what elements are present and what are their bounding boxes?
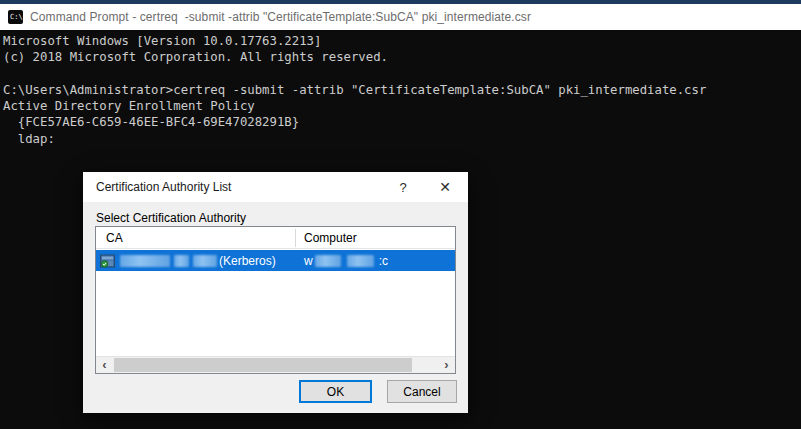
terminal-line: (c) 2018 Microsoft Corporation. All righ… — [3, 49, 801, 65]
computer-value-suffix: :c — [379, 254, 388, 268]
computer-value-prefix: w — [304, 254, 313, 268]
window-titlebar[interactable]: C:\_ Command Prompt - certreq -submit -a… — [0, 4, 801, 30]
terminal-line: Microsoft Windows [Version 10.0.17763.22… — [3, 33, 801, 49]
scroll-right-icon[interactable]: › — [438, 357, 455, 373]
cancel-button[interactable]: Cancel — [387, 380, 457, 403]
dialog-titlebar[interactable]: Certification Authority List ? ✕ — [83, 172, 468, 202]
ca-cell: (Kerberos) — [100, 250, 276, 271]
ok-button[interactable]: OK — [299, 380, 372, 403]
redacted-computer-name — [315, 255, 341, 267]
terminal-line: {FCE57AE6-C659-46EE-BFC4-69E47028291B} — [3, 114, 801, 130]
ca-kerberos-label: (Kerberos) — [219, 254, 276, 268]
dialog-title: Certification Authority List — [83, 180, 392, 194]
horizontal-scrollbar[interactable]: ‹ › — [96, 356, 455, 373]
select-ca-label: Select Certification Authority — [96, 211, 246, 225]
terminal-line: Active Directory Enrollment Policy — [3, 98, 801, 114]
column-header-ca[interactable]: CA — [106, 227, 123, 249]
certification-authority-list-dialog: Certification Authority List ? ✕ Select … — [83, 172, 468, 413]
redacted-computer-name — [347, 255, 374, 267]
selected-ca-row[interactable]: (Kerberos) w :c — [96, 250, 455, 271]
list-header: CA Computer — [96, 227, 455, 249]
scrollbar-thumb[interactable] — [114, 358, 412, 372]
dialog-button-row: OK Cancel — [299, 380, 457, 403]
terminal-line: ldap: — [3, 131, 801, 147]
redacted-ca-name — [174, 255, 189, 267]
column-header-computer[interactable]: Computer — [304, 227, 357, 249]
terminal-line: C:\Users\Administrator>certreq -submit -… — [3, 82, 801, 98]
ca-listbox[interactable]: CA Computer (Kerberos) — [95, 226, 456, 374]
redacted-ca-name — [120, 255, 170, 267]
terminal-line — [3, 66, 801, 82]
certification-authority-icon — [100, 254, 115, 268]
close-icon[interactable]: ✕ — [434, 176, 456, 198]
column-divider[interactable] — [295, 229, 296, 247]
redacted-ca-name — [193, 255, 217, 267]
help-button[interactable]: ? — [392, 176, 414, 198]
computer-cell: w :c — [304, 250, 388, 271]
window-title: Command Prompt - certreq -submit -attrib… — [30, 10, 531, 24]
cmd-icon: C:\_ — [8, 10, 23, 24]
console-window: C:\_ Command Prompt - certreq -submit -a… — [0, 0, 801, 429]
scroll-left-icon[interactable]: ‹ — [96, 357, 113, 373]
